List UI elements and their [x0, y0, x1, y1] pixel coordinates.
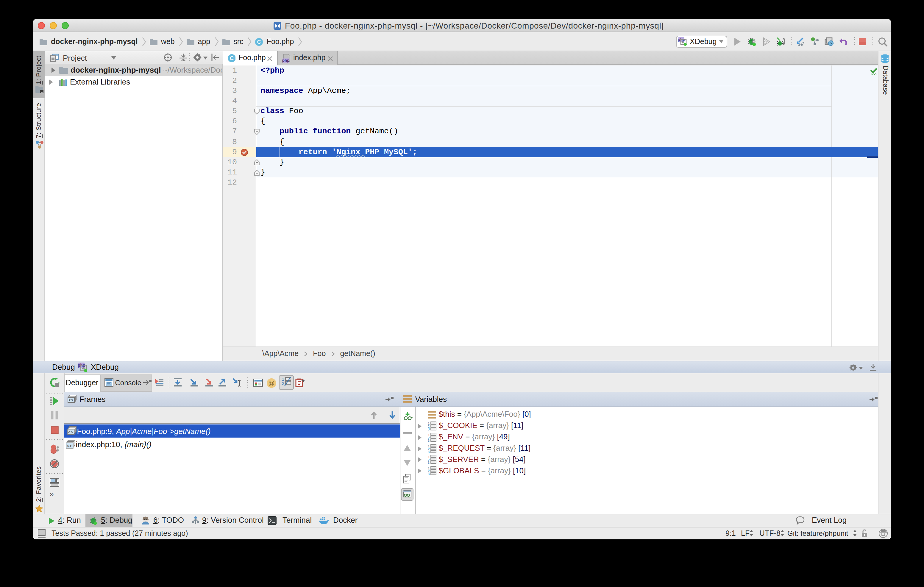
svg-text:<>: <> — [68, 398, 73, 403]
svg-text:3: 3 — [428, 427, 430, 430]
svg-text:@: @ — [268, 379, 274, 386]
svg-text:C: C — [229, 55, 234, 61]
svg-text:3: 3 — [428, 472, 430, 475]
svg-text:3: 3 — [428, 439, 430, 442]
svg-text:3: 3 — [428, 461, 430, 464]
svg-text:C: C — [257, 39, 261, 45]
svg-text:<>: <> — [66, 444, 72, 448]
svg-text:<>: <> — [68, 430, 73, 435]
svg-text:php: php — [282, 58, 290, 62]
svg-text:2: 2 — [282, 381, 284, 386]
svg-text:3: 3 — [428, 450, 430, 453]
